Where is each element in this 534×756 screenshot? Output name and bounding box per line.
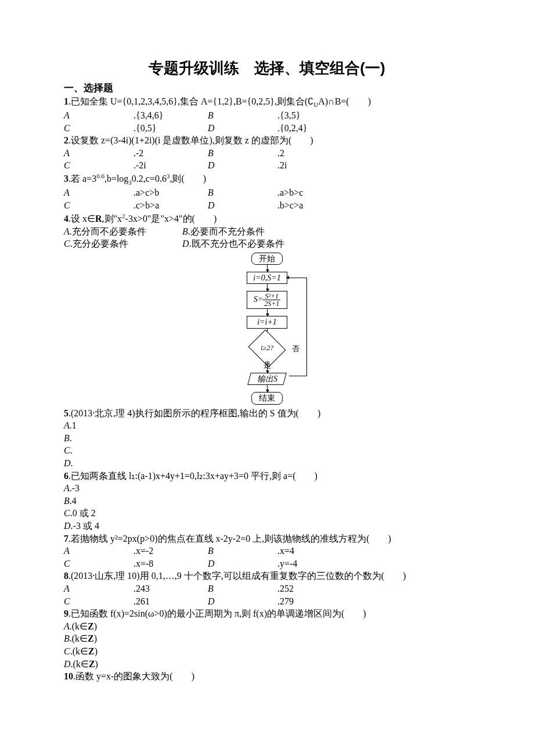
q2-optA: A.-2 bbox=[64, 147, 205, 160]
q5-optC: C. bbox=[64, 444, 470, 457]
question-2: 2.设复数 z=(3-4i)(1+2i)(i 是虚数单位),则复数 z 的虚部为… bbox=[64, 134, 470, 147]
q2-optC: C.-2i bbox=[64, 159, 205, 172]
flow-cond-wrap: i≥2? 否 是 bbox=[250, 336, 284, 361]
q3-optB: B.a>b>c bbox=[208, 186, 349, 199]
q2-stem: 设复数 z=(3-4i)(1+2i)(i 是虚数单位),则复数 z 的虚部为( … bbox=[71, 135, 313, 145]
q9-stem: 已知函数 f(x)=2sin(ω>0)的最小正周期为 π,则 f(x)的单调递增… bbox=[71, 609, 366, 618]
flow-output: 输出S bbox=[247, 373, 287, 385]
q8-optA: A.243 bbox=[64, 582, 205, 595]
q7-stem: 若抛物线 y²=2px(p>0)的焦点在直线 x-2y-2=0 上,则该抛物线的… bbox=[71, 534, 391, 543]
q2-optB: B.2 bbox=[208, 147, 349, 160]
q3-opts-row2: C.c>b>a D.b>c>a bbox=[64, 199, 470, 212]
q9-optD: D.(k∈Z) bbox=[64, 658, 470, 671]
q5-optB: B. bbox=[64, 432, 470, 445]
flow-loop-line bbox=[289, 278, 307, 376]
q1-stem2: A)∩B=( ) bbox=[318, 96, 371, 106]
arrow-icon bbox=[267, 284, 268, 291]
q7-opts-row1: A.x=-2 B.x=4 bbox=[64, 545, 470, 557]
q5-optA: A.1 bbox=[64, 419, 470, 432]
q4-opts-row2: C.充分必要条件 D.既不充分也不必要条件 bbox=[64, 237, 470, 250]
q1-stem: 已知全集 U={0,1,2,3,4,5,6},集合 A={1,2},B={0,2… bbox=[71, 96, 313, 106]
flow-inc: i=i+1 bbox=[247, 316, 287, 328]
arrow-icon bbox=[267, 309, 268, 316]
q5-number: 5 bbox=[64, 408, 68, 418]
q2-number: 2 bbox=[64, 135, 68, 145]
flow-end: 结束 bbox=[251, 392, 283, 404]
q7-optB: B.x=4 bbox=[208, 545, 349, 557]
q1-optD: D.{0,2,4} bbox=[208, 122, 349, 135]
q8-number: 8 bbox=[64, 571, 68, 581]
q6-optA: A.-3 bbox=[64, 482, 470, 495]
q8-stem: (2013·山东,理 10)用 0,1,…,9 十个数字,可以组成有重复数字的三… bbox=[71, 571, 406, 581]
q3-opts-row1: A.a>c>b B.a>b>c bbox=[64, 186, 470, 199]
q9-number: 9 bbox=[64, 609, 68, 618]
question-4: 4.设 x∈R,则"x2-3x>0"是"x>4"的( ) bbox=[64, 212, 470, 225]
q1-opts-row2: C.{0,5} D.{0,2,4} bbox=[64, 122, 470, 135]
q1-optB: B.{3,5} bbox=[208, 109, 349, 122]
question-8: 8.(2013·山东,理 10)用 0,1,…,9 十个数字,可以组成有重复数字… bbox=[64, 570, 470, 582]
q10-number: 10 bbox=[64, 671, 73, 681]
q9-optB: B.(k∈Z) bbox=[64, 632, 470, 645]
q7-opts-row2: C.x=-8 D.y=-4 bbox=[64, 557, 470, 570]
q8-opts-row2: C.261 D.279 bbox=[64, 595, 470, 608]
flow-start: 开始 bbox=[251, 253, 283, 265]
q10-stem: 函数 y=x-的图象大致为( ) bbox=[75, 671, 194, 681]
q5-optD: D. bbox=[64, 457, 470, 470]
q6-stem: 已知两条直线 l₁:(a-1)x+4y+1=0,l₂:3x+ay+3=0 平行,… bbox=[71, 471, 317, 481]
arrow-left-icon bbox=[286, 276, 289, 279]
q4-optD: D.既不充分也不必要条件 bbox=[182, 239, 284, 249]
q3-optC: C.c>b>a bbox=[64, 199, 205, 212]
q6-optD: D.-3 或 4 bbox=[64, 520, 470, 532]
q4-optA: A.充分而不必要条件 bbox=[64, 225, 180, 238]
q6-number: 6 bbox=[64, 471, 68, 481]
q6-optB: B.4 bbox=[64, 495, 470, 507]
flow-no-label: 否 bbox=[292, 344, 300, 354]
flow-init: i=0,S=1 bbox=[247, 272, 287, 284]
q7-optD: D.y=-4 bbox=[208, 557, 349, 570]
arrow-icon bbox=[267, 361, 268, 373]
q4-optB: B.必要而不充分条件 bbox=[182, 226, 265, 236]
q8-optD: D.279 bbox=[208, 595, 349, 608]
flow-calc: S=S²+12S+1 bbox=[247, 291, 287, 309]
question-3: 3.若 a=30.6,b=log30.2,c=0.63,则( ) bbox=[64, 172, 470, 186]
question-9: 9.已知函数 f(x)=2sin(ω>0)的最小正周期为 π,则 f(x)的单调… bbox=[64, 607, 470, 620]
q8-optB: B.252 bbox=[208, 582, 349, 595]
q9-optC: C.(k∈Z) bbox=[64, 645, 470, 658]
q1-optA: A.{3,4,6} bbox=[64, 109, 205, 122]
q5-stem: (2013·北京,理 4)执行如图所示的程序框图,输出的 S 值为( ) bbox=[71, 408, 320, 418]
question-10: 10.函数 y=x-的图象大致为( ) bbox=[64, 670, 470, 683]
q4-optC: C.充分必要条件 bbox=[64, 237, 180, 250]
q1-optC: C.{0,5} bbox=[64, 122, 205, 135]
q7-optA: A.x=-2 bbox=[64, 545, 205, 557]
flowchart: 开始 i=0,S=1 S=S²+12S+1 i=i+1 i≥2? 否 是 输出S… bbox=[64, 253, 470, 405]
arrow-icon bbox=[267, 265, 268, 272]
q1-opts-row1: A.{3,4,6} B.{3,5} bbox=[64, 109, 470, 122]
q3-number: 3 bbox=[64, 174, 68, 183]
arrow-icon bbox=[267, 385, 268, 392]
section-heading: 一、选择题 bbox=[64, 82, 470, 95]
q3-optA: A.a>c>b bbox=[64, 186, 205, 199]
q4-opts-row1: A.充分而不必要条件 B.必要而不充分条件 bbox=[64, 225, 470, 238]
q6-optC: C.0 或 2 bbox=[64, 507, 470, 520]
q1-number: 1 bbox=[64, 96, 68, 106]
question-1: 1.已知全集 U={0,1,2,3,4,5,6},集合 A={1,2},B={0… bbox=[64, 95, 470, 109]
q8-optC: C.261 bbox=[64, 595, 205, 608]
q4-number: 4 bbox=[64, 214, 68, 224]
q7-optC: C.x=-8 bbox=[64, 557, 205, 570]
page-title: 专题升级训练 选择、填空组合(一) bbox=[64, 58, 470, 78]
question-7: 7.若抛物线 y²=2px(p>0)的焦点在直线 x-2y-2=0 上,则该抛物… bbox=[64, 532, 470, 545]
q2-opts: A.-2 B.2 C.-2i D.2i bbox=[64, 147, 470, 172]
q8-opts-row1: A.243 B.252 bbox=[64, 582, 470, 595]
q9-optA: A.(k∈Z) bbox=[64, 620, 470, 633]
question-5: 5.(2013·北京,理 4)执行如图所示的程序框图,输出的 S 值为( ) bbox=[64, 407, 470, 420]
q3-optD: D.b>c>a bbox=[208, 199, 349, 212]
q2-optD: D.2i bbox=[208, 159, 349, 172]
question-6: 6.已知两条直线 l₁:(a-1)x+4y+1=0,l₂:3x+ay+3=0 平… bbox=[64, 470, 470, 483]
q7-number: 7 bbox=[64, 534, 68, 543]
